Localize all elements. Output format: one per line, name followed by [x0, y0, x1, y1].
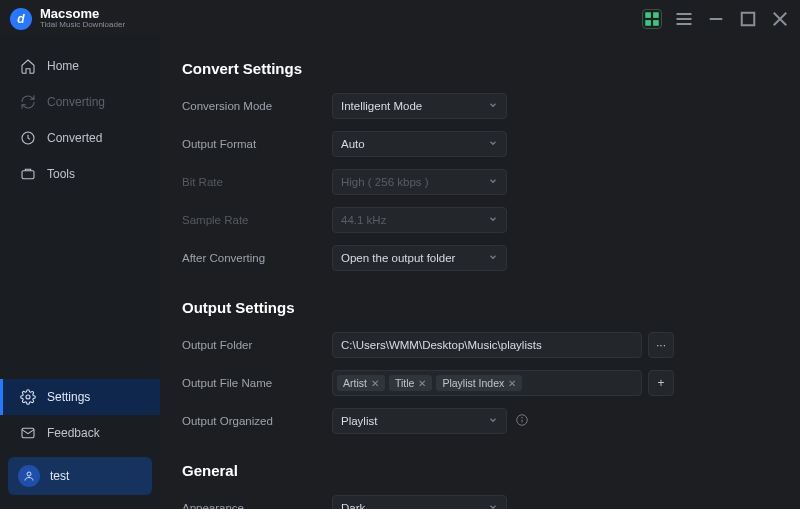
tag-artist[interactable]: Artist✕ — [337, 375, 385, 391]
chevron-down-icon — [488, 214, 498, 226]
user-name: test — [50, 469, 69, 483]
output-organized-select[interactable]: Playlist — [332, 408, 507, 434]
svg-rect-12 — [22, 171, 34, 179]
section-title: Output Settings — [182, 299, 770, 316]
output-format-label: Output Format — [182, 138, 332, 150]
appearance-select[interactable]: Dark — [332, 495, 507, 509]
window-controls — [642, 9, 790, 29]
app-logo-icon: d — [10, 8, 32, 30]
svg-rect-3 — [653, 20, 659, 26]
app-name: Macsome — [40, 7, 125, 20]
svg-rect-8 — [742, 12, 755, 25]
conversion-mode-label: Conversion Mode — [182, 100, 332, 112]
svg-point-18 — [522, 417, 523, 418]
brand: d Macsome Tidal Music Downloader — [10, 7, 125, 30]
tag-playlist-index[interactable]: Playlist Index✕ — [436, 375, 522, 391]
svg-point-15 — [27, 472, 31, 476]
output-organized-label: Output Organized — [182, 415, 332, 427]
avatar-icon — [18, 465, 40, 487]
appearance-label: Appearance — [182, 502, 332, 509]
sample-rate-select: 44.1 kHz — [332, 207, 507, 233]
svg-rect-2 — [645, 20, 651, 26]
remove-tag-icon[interactable]: ✕ — [371, 378, 379, 389]
bit-rate-select: High ( 256 kbps ) — [332, 169, 507, 195]
converted-icon — [19, 129, 37, 147]
sidebar-item-converted[interactable]: Converted — [0, 120, 160, 156]
bit-rate-label: Bit Rate — [182, 176, 332, 188]
sidebar-item-tools[interactable]: Tools — [0, 156, 160, 192]
chevron-down-icon — [488, 415, 498, 427]
output-file-name-tags[interactable]: Artist✕ Title✕ Playlist Index✕ — [332, 370, 642, 396]
layout-grid-button[interactable] — [642, 9, 662, 29]
chevron-down-icon — [488, 138, 498, 150]
sidebar-item-label: Feedback — [47, 426, 100, 440]
output-file-name-label: Output File Name — [182, 377, 332, 389]
chevron-down-icon — [488, 100, 498, 112]
sidebar-item-converting[interactable]: Converting — [0, 84, 160, 120]
tools-icon — [19, 165, 37, 183]
info-icon[interactable] — [515, 413, 529, 430]
minimize-button[interactable] — [706, 9, 726, 29]
output-settings-section: Output Settings Output Folder ··· Output… — [182, 299, 770, 434]
titlebar: d Macsome Tidal Music Downloader — [0, 0, 800, 38]
close-button[interactable] — [770, 9, 790, 29]
sidebar-item-feedback[interactable]: Feedback — [0, 415, 160, 451]
mail-icon — [19, 424, 37, 442]
sample-rate-label: Sample Rate — [182, 214, 332, 226]
section-title: General — [182, 462, 770, 479]
sidebar-item-label: Settings — [47, 390, 90, 404]
output-folder-label: Output Folder — [182, 339, 332, 351]
browse-folder-button[interactable]: ··· — [648, 332, 674, 358]
output-format-select[interactable]: Auto — [332, 131, 507, 157]
menu-button[interactable] — [674, 9, 694, 29]
chevron-down-icon — [488, 252, 498, 264]
remove-tag-icon[interactable]: ✕ — [508, 378, 516, 389]
chevron-down-icon — [488, 502, 498, 509]
converting-icon — [19, 93, 37, 111]
tag-title[interactable]: Title✕ — [389, 375, 432, 391]
user-chip[interactable]: test — [8, 457, 152, 495]
svg-rect-1 — [653, 12, 659, 18]
app-subtitle: Tidal Music Downloader — [40, 20, 125, 30]
add-tag-button[interactable]: + — [648, 370, 674, 396]
svg-point-13 — [26, 395, 30, 399]
chevron-down-icon — [488, 176, 498, 188]
sidebar-item-label: Tools — [47, 167, 75, 181]
svg-rect-14 — [22, 428, 34, 437]
convert-settings-section: Convert Settings Conversion Mode Intelli… — [182, 60, 770, 271]
remove-tag-icon[interactable]: ✕ — [418, 378, 426, 389]
sidebar-item-label: Home — [47, 59, 79, 73]
sidebar-item-settings[interactable]: Settings — [0, 379, 160, 415]
general-section: General Appearance Dark Languages Englis… — [182, 462, 770, 509]
home-icon — [19, 57, 37, 75]
after-converting-select[interactable]: Open the output folder — [332, 245, 507, 271]
sidebar: Home Converting Converted Tools — [0, 38, 160, 509]
svg-rect-0 — [645, 12, 651, 18]
conversion-mode-select[interactable]: Intelligent Mode — [332, 93, 507, 119]
gear-icon — [19, 388, 37, 406]
after-converting-label: After Converting — [182, 252, 332, 264]
sidebar-item-label: Converting — [47, 95, 105, 109]
sidebar-item-home[interactable]: Home — [0, 48, 160, 84]
main-panel: Convert Settings Conversion Mode Intelli… — [160, 38, 800, 509]
output-folder-input[interactable] — [332, 332, 642, 358]
section-title: Convert Settings — [182, 60, 770, 77]
maximize-button[interactable] — [738, 9, 758, 29]
sidebar-item-label: Converted — [47, 131, 102, 145]
